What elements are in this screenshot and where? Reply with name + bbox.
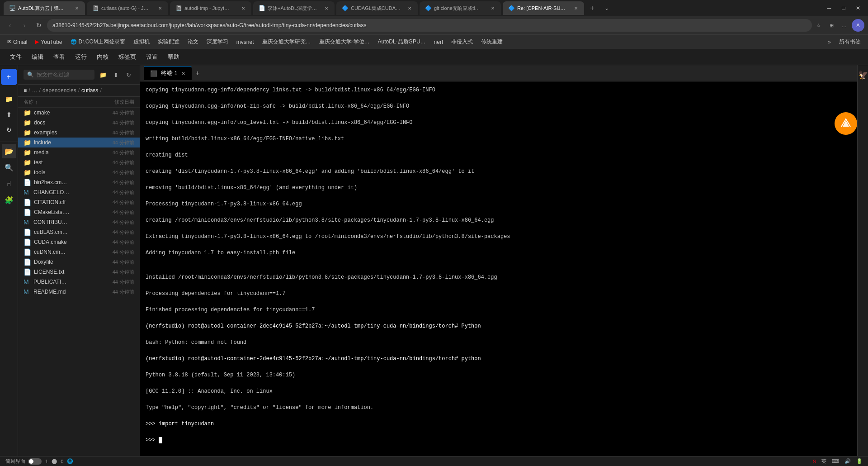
browser-tab-4[interactable]: 📄 李沐+AutoDL深度学… ✕ bbox=[253, 1, 335, 15]
file-upload-btn[interactable]: ⬆ bbox=[110, 69, 122, 81]
new-tab-button[interactable]: + bbox=[586, 2, 599, 14]
bookmark-noninvasive[interactable]: 非侵入式 bbox=[448, 37, 476, 47]
list-item[interactable]: M CONTRIBU… 44 分钟前 bbox=[18, 217, 140, 227]
file-name: CMakeLists…. bbox=[34, 209, 95, 215]
list-item[interactable]: 📄 CMakeLists…. 44 分钟前 bbox=[18, 207, 140, 217]
file-icon: 📁 bbox=[24, 129, 31, 136]
toggle-knob bbox=[29, 459, 33, 464]
tab2-close[interactable]: ✕ bbox=[157, 5, 163, 12]
list-item[interactable]: M PUBLICATI… 44 分钟前 bbox=[18, 277, 140, 287]
sidebar-icon-search[interactable]: 🔍 bbox=[2, 160, 16, 175]
tabs-more-button[interactable]: ⌄ bbox=[600, 2, 613, 14]
toolbar-folder-btn[interactable]: 📁 bbox=[2, 92, 16, 106]
menu-run[interactable]: 运行 bbox=[71, 51, 91, 63]
bookmark-allbooks[interactable]: 所有书签 bbox=[835, 37, 864, 47]
file-search-box[interactable]: 🔍 bbox=[24, 70, 94, 80]
breadcrumb-ellipsis[interactable]: … bbox=[32, 87, 38, 94]
tab6-title: git clone无响应或ti… bbox=[434, 5, 487, 12]
browser-tab-5[interactable]: 🔷 CUDAGL集成CUDA… ✕ bbox=[336, 1, 418, 15]
maximize-button[interactable]: □ bbox=[837, 2, 850, 14]
list-item[interactable]: 📄 Doxyfile 44 分钟前 bbox=[18, 257, 140, 267]
list-item[interactable]: 📁 examples 44 分钟前 bbox=[18, 128, 140, 138]
new-launcher-button[interactable]: + bbox=[1, 69, 17, 85]
list-item[interactable]: 📄 cuDNN.cm… 44 分钟前 bbox=[18, 247, 140, 257]
tab3-close[interactable]: ✕ bbox=[241, 5, 246, 12]
browser-collections-icon[interactable]: ⊞ bbox=[826, 20, 836, 30]
browser-tab-7[interactable]: 🔷 Re: [OPEN-AIR-SU… ✕ bbox=[503, 1, 584, 15]
breadcrumb-root[interactable]: ■ bbox=[24, 87, 27, 94]
menu-tabs[interactable]: 标签页 bbox=[114, 51, 141, 63]
list-item[interactable]: 📁 include 44 分钟前 bbox=[18, 138, 140, 147]
file-filter-input[interactable] bbox=[37, 71, 91, 78]
list-item[interactable]: 📄 cuBLAS.cm… 44 分钟前 bbox=[18, 227, 140, 237]
bookmark-labconfig[interactable]: 实验配置 bbox=[154, 37, 183, 47]
list-item[interactable]: 📁 cmake 44 分钟前 bbox=[18, 108, 140, 118]
list-item[interactable]: 📄 CUDA.cmake 44 分钟前 bbox=[18, 237, 140, 247]
sidebar-icon-git[interactable]: ⑁ bbox=[2, 176, 16, 191]
bookmark-autodl[interactable]: AutoDL-品质GPU… bbox=[374, 37, 429, 47]
terminal-tab-1[interactable]: ⬛ 终端 1 ✕ bbox=[144, 66, 192, 80]
list-item[interactable]: 📁 docs 44 分钟前 bbox=[18, 118, 140, 128]
browser-tab-1[interactable]: 🖥️ AutoDL算力云 | 弹… ✕ bbox=[4, 1, 85, 15]
file-refresh-btn[interactable]: ↻ bbox=[123, 69, 134, 81]
bookmark-youtube[interactable]: ▶ YouTube bbox=[32, 38, 66, 47]
menu-edit[interactable]: 编辑 bbox=[27, 51, 48, 63]
list-item[interactable]: 📄 LICENSE.txt 44 分钟前 bbox=[18, 267, 140, 277]
simple-mode-toggle[interactable]: 简易界面 bbox=[5, 458, 42, 465]
terminal-new-tab-button[interactable]: + bbox=[192, 67, 203, 79]
sidebar-icon-files[interactable]: 📂 bbox=[2, 144, 16, 158]
bookmark-mvsnet[interactable]: mvsnet bbox=[233, 38, 258, 47]
list-item[interactable]: 📁 tools 44 分钟前 bbox=[18, 167, 140, 177]
bookmark-vm[interactable]: 虚拟机 bbox=[130, 37, 153, 47]
toolbar-upload-btn[interactable]: ⬆ bbox=[2, 108, 16, 121]
breadcrumb-cutlass[interactable]: cutlass bbox=[81, 87, 98, 94]
bookmark-cqjtu[interactable]: 重庆交通大学研究… bbox=[259, 37, 315, 47]
sidebar-icon-extensions[interactable]: 🧩 bbox=[2, 193, 16, 207]
tab6-close[interactable]: ✕ bbox=[490, 5, 495, 12]
toggle-switch[interactable] bbox=[28, 458, 42, 465]
menu-kernel[interactable]: 内核 bbox=[92, 51, 113, 63]
bookmark-dl[interactable]: 深度学习 bbox=[203, 37, 232, 47]
menu-file[interactable]: 文件 bbox=[5, 51, 26, 63]
file-new-folder-btn[interactable]: 📁 bbox=[97, 69, 109, 81]
list-item[interactable]: 📄 CITATION.cff 44 分钟前 bbox=[18, 197, 140, 207]
browser-tab-3[interactable]: 📓 autodl-tmp - Jupyt… ✕ bbox=[170, 1, 251, 15]
close-button[interactable]: ✕ bbox=[852, 2, 864, 14]
url-input[interactable]: a38610-9145-52f2b27a.beijinga.seetacloud… bbox=[47, 19, 812, 32]
forward-button[interactable]: › bbox=[18, 19, 31, 32]
terminal-tab-close[interactable]: ✕ bbox=[181, 71, 185, 76]
tab4-close[interactable]: ✕ bbox=[324, 5, 329, 12]
bookmark-gmail[interactable]: ✉ Gmail bbox=[4, 38, 31, 47]
menu-help[interactable]: 帮助 bbox=[163, 51, 184, 63]
list-item[interactable]: 📄 bin2hex.cm… 44 分钟前 bbox=[18, 177, 140, 187]
list-item[interactable]: 📁 media 44 分钟前 bbox=[18, 147, 140, 157]
bookmarks-bar: ✉ Gmail ▶ YouTube 🌐 Dr.COM上网登录窗 虚拟机 实验配置… bbox=[0, 34, 868, 49]
bookmark-cqjtu2[interactable]: 重庆交通大学-学位… bbox=[316, 37, 373, 47]
list-item[interactable]: M CHANGELO… 44 分钟前 bbox=[18, 187, 140, 197]
tab5-close[interactable]: ✕ bbox=[407, 5, 412, 12]
right-sidebar-icon[interactable]: 🦅 bbox=[858, 70, 868, 81]
profile-button[interactable]: A bbox=[852, 19, 864, 32]
list-item[interactable]: 📁 test 44 分钟前 bbox=[18, 157, 140, 167]
tab1-close[interactable]: ✕ bbox=[74, 5, 80, 12]
breadcrumb-dependencies[interactable]: dependencies bbox=[42, 87, 76, 94]
back-button[interactable]: ‹ bbox=[4, 19, 16, 32]
list-item[interactable]: M README.md 44 分钟前 bbox=[18, 287, 140, 297]
sort-name-button[interactable]: 名称 ↑ bbox=[24, 99, 98, 105]
bookmark-nerf[interactable]: nerf bbox=[430, 38, 447, 47]
browser-tab-2[interactable]: 📓 cutlass (auto-G) - J… ✕ bbox=[87, 1, 168, 15]
bookmarks-more-button[interactable]: » bbox=[824, 38, 835, 47]
tab7-close[interactable]: ✕ bbox=[573, 5, 579, 12]
toolbar-refresh-btn[interactable]: ↻ bbox=[2, 123, 16, 137]
minimize-button[interactable]: ─ bbox=[823, 2, 835, 14]
browser-settings-icon[interactable]: … bbox=[839, 20, 849, 30]
terminal-output[interactable]: n-38/tinycudann_bindings/_86_C.cpython-3… bbox=[140, 81, 857, 456]
bookmark-paper[interactable]: 论文 bbox=[184, 37, 202, 47]
menu-settings[interactable]: 设置 bbox=[142, 51, 162, 63]
browser-tab-6[interactable]: 🔷 git clone无响应或ti… ✕ bbox=[420, 1, 501, 15]
bookmark-traditional[interactable]: 传统重建 bbox=[477, 37, 506, 47]
reload-button[interactable]: ↻ bbox=[33, 19, 45, 32]
bookmark-star-icon[interactable]: ☆ bbox=[814, 20, 824, 30]
menu-view[interactable]: 查看 bbox=[49, 51, 70, 63]
bookmark-drcom[interactable]: 🌐 Dr.COM上网登录窗 bbox=[67, 37, 129, 47]
